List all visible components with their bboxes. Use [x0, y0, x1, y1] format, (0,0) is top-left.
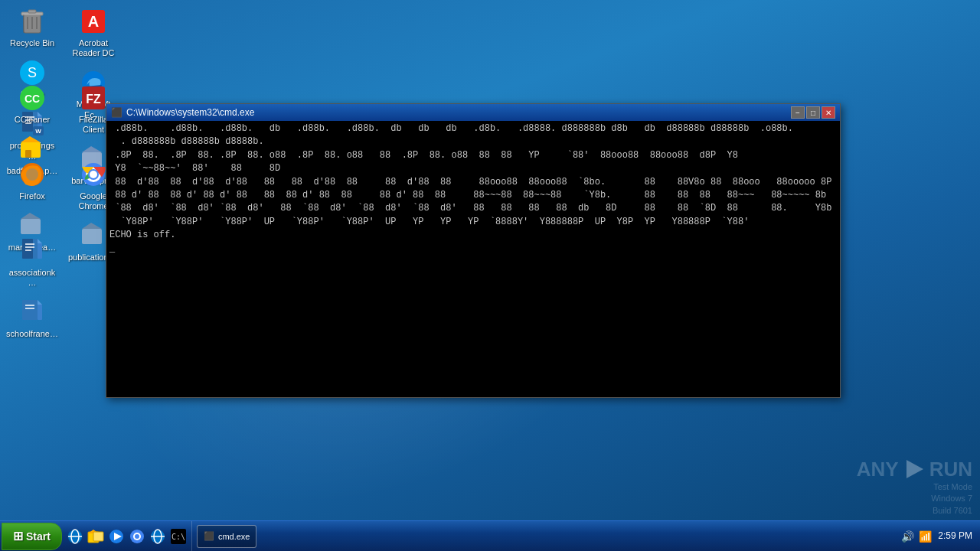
svg-marker-38 — [82, 223, 102, 229]
svg-marker-41 — [38, 239, 42, 243]
ql-ie-icon[interactable] — [66, 527, 84, 546]
anyrun-sub-text: Test Mode Windows 7 Build 7601 — [857, 481, 972, 517]
svg-text:CC: CC — [24, 93, 40, 105]
time-value: 2:59 PM — [938, 530, 972, 543]
svg-rect-46 — [22, 300, 38, 320]
tray-network-icon[interactable]: 📶 — [919, 530, 932, 543]
ql-cmd-icon[interactable]: C:\ — [169, 527, 188, 546]
svg-text:A: A — [88, 13, 99, 30]
filezilla-icon: FZ — [78, 83, 109, 113]
cmd-restore-button[interactable]: □ — [806, 106, 820, 119]
svg-text:S: S — [28, 65, 37, 80]
svg-rect-2 — [28, 10, 36, 13]
cmd-window: ⬛ C:\Windows\system32\cmd.exe − □ ✕ .d88… — [106, 103, 841, 398]
association-icon — [17, 236, 47, 266]
chrome-icon — [78, 159, 109, 190]
recycle-bin-label: Recycle Bin — [10, 38, 54, 48]
acrobat-label: Acrobat Reader DC — [67, 38, 119, 58]
taskbar-cmd-label: cmd.exe — [218, 532, 250, 541]
ccleaner-label: CCleaner — [15, 115, 50, 125]
svg-marker-23 — [21, 136, 41, 142]
svg-marker-47 — [38, 300, 42, 305]
cmd-minimize-button[interactable]: − — [791, 106, 805, 119]
acrobat-icon: A — [78, 6, 109, 37]
desktop-icon-schoolfrane[interactable]: schoolfrane… — [3, 294, 61, 342]
ql-explorer-icon[interactable] — [87, 527, 105, 546]
desktop-icon-acrobat[interactable]: A Acrobat Reader DC — [64, 3, 122, 61]
svg-point-36 — [90, 171, 97, 178]
quick-launch-bar: C:\ — [62, 521, 192, 551]
cmd-titlebar-icon: ⬛ — [111, 107, 122, 118]
svg-rect-40 — [22, 239, 33, 259]
start-button[interactable]: ⊞ Start — [2, 523, 62, 550]
ql-media-icon[interactable] — [107, 527, 126, 546]
svg-marker-32 — [21, 213, 41, 219]
tray-sound-icon[interactable]: 🔊 — [901, 530, 914, 543]
desktop-icon-recycle-bin[interactable]: Recycle Bin — [3, 3, 61, 51]
anyrun-watermark: ANY RUN Test Mode Windows 7 Build 7601 — [857, 458, 972, 517]
schoolfrane-icon — [17, 297, 47, 328]
cmd-close-button[interactable]: ✕ — [822, 106, 835, 119]
desktop-icon-association[interactable]: associationk… — [3, 233, 61, 291]
taskbar-cmd-item[interactable]: ⬛ cmd.exe — [197, 525, 257, 548]
anyrun-logo-text: ANY — [857, 458, 899, 481]
system-tray: 🔊 📶 — [901, 530, 932, 543]
svg-marker-28 — [82, 146, 102, 152]
svg-text:C:\: C:\ — [172, 533, 185, 541]
taskbar: ⊞ Start — [0, 520, 980, 551]
cmd-titlebar-buttons: − □ ✕ — [791, 106, 835, 119]
anyrun-run-text: RUN — [929, 458, 972, 481]
svg-rect-42 — [38, 243, 42, 259]
svg-point-62 — [135, 534, 139, 539]
taskbar-open-windows: ⬛ cmd.exe — [192, 521, 893, 551]
taskbar-right: 🔊 📶 2:59 PM — [893, 530, 980, 543]
firefox-icon — [17, 159, 47, 190]
ccleaner-icon: CC — [17, 83, 47, 113]
firefox-label: Firefox — [19, 191, 45, 201]
ql-chrome-icon[interactable] — [128, 527, 146, 546]
desktop-icon-ccleaner[interactable]: CC CCleaner — [3, 80, 61, 128]
start-label: Start — [26, 530, 51, 543]
schoolfrane-label: schoolfrane… — [6, 329, 58, 339]
svg-rect-57 — [93, 532, 103, 541]
cmd-titlebar[interactable]: ⬛ C:\Windows\system32\cmd.exe − □ ✕ — [106, 104, 840, 121]
svg-rect-37 — [82, 229, 102, 244]
cmd-body[interactable]: .d88b. .d88b. .d88b. db .d88b. .d88b. db… — [106, 121, 840, 397]
recycle-bin-icon — [17, 6, 47, 37]
desktop: Recycle Bin S Skype — [0, 0, 980, 551]
svg-text:FZ: FZ — [86, 93, 101, 106]
clock[interactable]: 2:59 PM — [938, 530, 972, 543]
taskbar-cmd-icon: ⬛ — [204, 531, 214, 541]
association-label: associationk… — [6, 268, 58, 288]
anyrun-play-icon — [903, 458, 925, 480]
svg-rect-48 — [38, 305, 42, 320]
publicationi-icon — [78, 220, 109, 251]
cmd-titlebar-title: C:\Windows\system32\cmd.exe — [126, 107, 791, 118]
desktop-icon-firefox[interactable]: Firefox — [3, 156, 61, 204]
svg-marker-51 — [906, 460, 923, 478]
start-orb: ⊞ — [13, 529, 23, 543]
ql-ie2-icon[interactable] — [149, 527, 167, 546]
